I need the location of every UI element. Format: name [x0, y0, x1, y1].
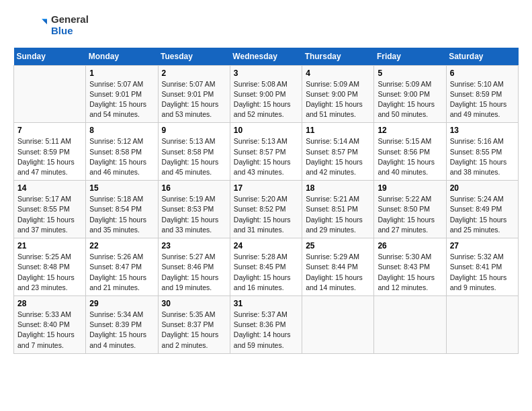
day-number: 4 [306, 68, 370, 78]
calendar-cell: 20Sunrise: 5:24 AMSunset: 8:49 PMDayligh… [446, 181, 518, 238]
weekday-header-saturday: Saturday [446, 48, 518, 66]
day-info: Sunrise: 5:11 AMSunset: 8:59 PMDaylight:… [17, 136, 82, 177]
calendar-cell: 7Sunrise: 5:11 AMSunset: 8:59 PMDaylight… [14, 123, 86, 181]
day-info: Sunrise: 5:32 AMSunset: 8:41 PMDaylight:… [450, 252, 515, 293]
day-number: 28 [17, 299, 82, 308]
calendar-cell: 22Sunrise: 5:26 AMSunset: 8:47 PMDayligh… [86, 238, 158, 296]
day-info: Sunrise: 5:09 AMSunset: 9:00 PMDaylight:… [306, 79, 370, 120]
day-info: Sunrise: 5:35 AMSunset: 8:37 PMDaylight:… [162, 310, 226, 351]
calendar-cell: 30Sunrise: 5:35 AMSunset: 8:37 PMDayligh… [158, 296, 230, 354]
day-info: Sunrise: 5:18 AMSunset: 8:54 PMDaylight:… [89, 194, 154, 235]
calendar-cell: 27Sunrise: 5:32 AMSunset: 8:41 PMDayligh… [446, 238, 518, 296]
calendar-table: SundayMondayTuesdayWednesdayThursdayFrid… [13, 48, 519, 354]
day-info: Sunrise: 5:22 AMSunset: 8:50 PMDaylight:… [378, 194, 442, 235]
day-info: Sunrise: 5:30 AMSunset: 8:43 PMDaylight:… [378, 252, 442, 293]
calendar-cell: 19Sunrise: 5:22 AMSunset: 8:50 PMDayligh… [374, 181, 446, 238]
logo: General Blue [13, 13, 89, 37]
calendar-cell: 13Sunrise: 5:16 AMSunset: 8:55 PMDayligh… [446, 123, 518, 181]
day-info: Sunrise: 5:16 AMSunset: 8:55 PMDaylight:… [450, 136, 515, 177]
day-info: Sunrise: 5:13 AMSunset: 8:57 PMDaylight:… [234, 136, 298, 177]
day-number: 6 [450, 68, 515, 78]
day-number: 31 [234, 299, 298, 308]
day-number: 5 [378, 68, 442, 78]
day-info: Sunrise: 5:13 AMSunset: 8:58 PMDaylight:… [162, 136, 226, 177]
calendar-cell [446, 296, 518, 354]
calendar-cell: 11Sunrise: 5:14 AMSunset: 8:57 PMDayligh… [302, 123, 374, 181]
header: General Blue [13, 13, 519, 37]
calendar-cell: 2Sunrise: 5:07 AMSunset: 9:01 PMDaylight… [158, 65, 230, 123]
calendar-cell: 18Sunrise: 5:21 AMSunset: 8:51 PMDayligh… [302, 181, 374, 238]
calendar-cell: 9Sunrise: 5:13 AMSunset: 8:58 PMDaylight… [158, 123, 230, 181]
calendar-cell: 5Sunrise: 5:09 AMSunset: 9:00 PMDaylight… [374, 65, 446, 123]
logo-blue-text: Blue [51, 25, 89, 36]
day-number: 20 [450, 183, 515, 193]
day-info: Sunrise: 5:09 AMSunset: 9:00 PMDaylight:… [378, 79, 442, 120]
day-info: Sunrise: 5:24 AMSunset: 8:49 PMDaylight:… [450, 194, 515, 235]
calendar-cell: 16Sunrise: 5:19 AMSunset: 8:53 PMDayligh… [158, 181, 230, 238]
calendar-cell: 8Sunrise: 5:12 AMSunset: 8:58 PMDaylight… [86, 123, 158, 181]
weekday-header-wednesday: Wednesday [230, 48, 302, 66]
day-info: Sunrise: 5:33 AMSunset: 8:40 PMDaylight:… [17, 310, 82, 351]
day-number: 11 [306, 126, 370, 135]
calendar-cell: 17Sunrise: 5:20 AMSunset: 8:52 PMDayligh… [230, 181, 302, 238]
day-number: 10 [234, 126, 298, 135]
day-number: 18 [306, 183, 370, 193]
calendar-cell: 24Sunrise: 5:28 AMSunset: 8:45 PMDayligh… [230, 238, 302, 296]
weekday-header-sunday: Sunday [14, 48, 86, 66]
day-info: Sunrise: 5:26 AMSunset: 8:47 PMDaylight:… [89, 252, 154, 293]
day-number: 1 [89, 68, 154, 78]
day-info: Sunrise: 5:34 AMSunset: 8:39 PMDaylight:… [89, 310, 154, 351]
day-info: Sunrise: 5:10 AMSunset: 8:59 PMDaylight:… [450, 79, 515, 120]
weekday-header-tuesday: Tuesday [158, 48, 230, 66]
svg-marker-1 [43, 20, 47, 24]
calendar-cell: 15Sunrise: 5:18 AMSunset: 8:54 PMDayligh… [86, 181, 158, 238]
day-number: 16 [162, 183, 226, 193]
day-info: Sunrise: 5:27 AMSunset: 8:46 PMDaylight:… [162, 252, 226, 293]
calendar-cell: 21Sunrise: 5:25 AMSunset: 8:48 PMDayligh… [14, 238, 86, 296]
calendar-cell: 4Sunrise: 5:09 AMSunset: 9:00 PMDaylight… [302, 65, 374, 123]
day-number: 27 [450, 241, 515, 250]
day-info: Sunrise: 5:15 AMSunset: 8:56 PMDaylight:… [378, 136, 442, 177]
day-info: Sunrise: 5:21 AMSunset: 8:51 PMDaylight:… [306, 194, 370, 235]
calendar-cell: 26Sunrise: 5:30 AMSunset: 8:43 PMDayligh… [374, 238, 446, 296]
logo-general-text: General [51, 13, 89, 25]
day-number: 21 [17, 241, 82, 250]
day-info: Sunrise: 5:08 AMSunset: 9:00 PMDaylight:… [234, 79, 298, 120]
day-info: Sunrise: 5:19 AMSunset: 8:53 PMDaylight:… [162, 194, 226, 235]
calendar-cell: 25Sunrise: 5:29 AMSunset: 8:44 PMDayligh… [302, 238, 374, 296]
day-number: 15 [89, 183, 154, 193]
day-number: 9 [162, 126, 226, 135]
calendar-cell: 12Sunrise: 5:15 AMSunset: 8:56 PMDayligh… [374, 123, 446, 181]
day-number: 13 [450, 126, 515, 135]
day-number: 2 [162, 68, 226, 78]
calendar-cell [374, 296, 446, 354]
day-info: Sunrise: 5:14 AMSunset: 8:57 PMDaylight:… [306, 136, 370, 177]
weekday-header-thursday: Thursday [302, 48, 374, 66]
calendar-cell: 1Sunrise: 5:07 AMSunset: 9:01 PMDaylight… [86, 65, 158, 123]
day-info: Sunrise: 5:07 AMSunset: 9:01 PMDaylight:… [162, 79, 226, 120]
calendar-cell: 14Sunrise: 5:17 AMSunset: 8:55 PMDayligh… [14, 181, 86, 238]
calendar-cell: 6Sunrise: 5:10 AMSunset: 8:59 PMDaylight… [446, 65, 518, 123]
day-info: Sunrise: 5:12 AMSunset: 8:58 PMDaylight:… [89, 136, 154, 177]
day-info: Sunrise: 5:37 AMSunset: 8:36 PMDaylight:… [234, 310, 298, 351]
day-number: 24 [234, 241, 298, 250]
weekday-header-friday: Friday [374, 48, 446, 66]
day-number: 23 [162, 241, 226, 250]
calendar-cell: 23Sunrise: 5:27 AMSunset: 8:46 PMDayligh… [158, 238, 230, 296]
logo-icon [13, 18, 47, 32]
day-info: Sunrise: 5:28 AMSunset: 8:45 PMDaylight:… [234, 252, 298, 293]
calendar-cell: 28Sunrise: 5:33 AMSunset: 8:40 PMDayligh… [14, 296, 86, 354]
day-number: 25 [306, 241, 370, 250]
calendar-cell: 31Sunrise: 5:37 AMSunset: 8:36 PMDayligh… [230, 296, 302, 354]
day-number: 19 [378, 183, 442, 193]
day-info: Sunrise: 5:17 AMSunset: 8:55 PMDaylight:… [17, 194, 82, 235]
day-number: 7 [17, 126, 82, 135]
calendar-cell [14, 65, 86, 123]
day-number: 22 [89, 241, 154, 250]
calendar-cell [302, 296, 374, 354]
day-number: 8 [89, 126, 154, 135]
day-number: 26 [378, 241, 442, 250]
day-number: 29 [89, 299, 154, 308]
day-number: 30 [162, 299, 226, 308]
weekday-header-monday: Monday [86, 48, 158, 66]
